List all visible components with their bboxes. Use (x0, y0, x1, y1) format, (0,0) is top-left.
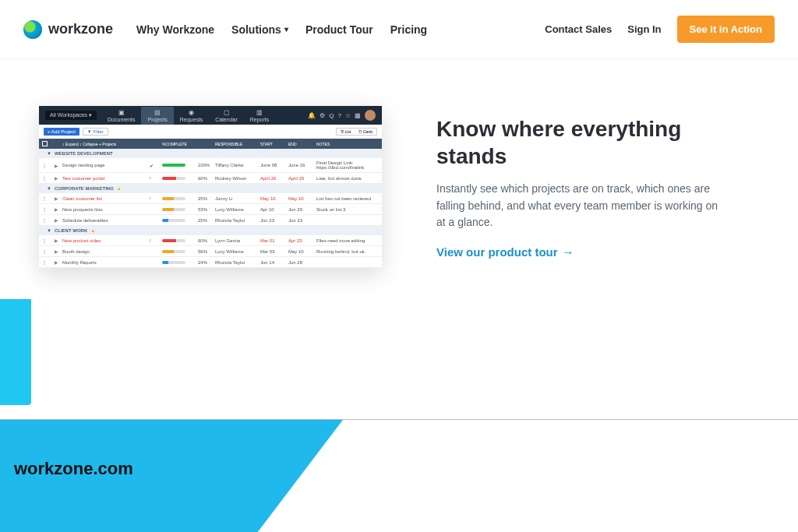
section-header[interactable]: ▼ WEBSITE DEVELOPMENT (39, 149, 382, 158)
start-date: Jun 14 (260, 260, 287, 265)
gear-icon[interactable]: ⚙ (320, 112, 325, 119)
search-icon[interactable]: Q (329, 112, 334, 119)
task-name: Test customer portal (62, 176, 148, 181)
help-icon[interactable]: ? (338, 112, 341, 119)
expand-icon: ▶ (55, 238, 61, 243)
notes: List has not been recieved (316, 196, 379, 201)
primary-nav: Why Workzone Solutions ▾ Product Tour Pr… (136, 23, 427, 36)
brand-logo[interactable]: workzone (23, 20, 113, 39)
table-row[interactable]: ⋮ ▶ Booth design 56% Lucy Williams Mar 0… (39, 246, 382, 257)
arrow-right-icon: → (563, 245, 574, 259)
section-header[interactable]: ▼ CLIENT WORK ▲ (39, 226, 382, 235)
nav-product-tour[interactable]: Product Tour (305, 23, 373, 36)
select-all-checkbox[interactable] (42, 141, 48, 146)
app-toolbar: + Add Project ▼ Filter ☰ List ☷ Gantt (39, 125, 382, 139)
start-date: Mar 01 (260, 238, 287, 243)
chevron-down-icon: ▾ (284, 25, 288, 33)
expand-icon: ▶ (55, 217, 61, 223)
warning-icon: ▲ (117, 186, 122, 191)
end-date: Apr 23 (288, 238, 315, 243)
app-screenshot: All Workspaces ▾ ▣Documents ▤Projects ◉R… (39, 106, 382, 268)
table-row[interactable]: ⋮ ▶ New prospects lists 53% Lucy William… (39, 204, 382, 215)
progress-bar (162, 164, 185, 167)
end-date: Jun 28 (288, 260, 315, 265)
table-row[interactable]: ⋮ ▶ Monthly Reports 24% Rhonda Taylor Ju… (39, 257, 382, 268)
expand-icon: ▶ (55, 196, 61, 201)
progress-bar (162, 197, 185, 200)
notes: Late, but almost done. (316, 176, 379, 181)
nav-why[interactable]: Why Workzone (136, 23, 214, 36)
view-toggle[interactable]: ☰ List ☷ Gantt (336, 128, 377, 136)
nav-contact[interactable]: Contact Sales (545, 23, 612, 35)
table-row[interactable]: ⋮ ▶ Test customer portal ! 60% Rodney Wi… (39, 173, 382, 184)
table-row[interactable]: ⋮ ▶ New product video ! 60% Lynn Garcia … (39, 235, 382, 246)
table-row[interactable]: ⋮ ▶ Clean customer list ! 25% Jonny Li M… (39, 193, 382, 204)
grid-icon[interactable]: ▦ (355, 112, 361, 119)
expand-icon: ▶ (55, 259, 61, 265)
start-date: June 08 (260, 163, 287, 167)
app-toolbar-icons: 🔔 ⚙ Q ? ☆ ▦ (308, 110, 376, 121)
start-date: Jun 23 (260, 218, 287, 223)
table-row[interactable]: ⋮ ▶ Design landing page ✔ 100% Tiffany C… (39, 158, 382, 173)
product-tour-link[interactable]: View our product tour → (436, 245, 725, 259)
responsible: Rodney Wilson (215, 176, 259, 181)
expand-icon: ▶ (55, 248, 61, 254)
task-name: New product video (62, 238, 148, 243)
progress-bar (162, 250, 185, 253)
tab-projects[interactable]: ▤Projects (141, 107, 173, 125)
expand-icon: ▶ (55, 206, 61, 212)
expand-icon: ▶ (55, 175, 61, 181)
brand-name: workzone (48, 21, 113, 37)
footer-banner: workzone.com (0, 419, 798, 532)
notes: Files need more editing (316, 238, 379, 243)
status-icon: ✔ (150, 163, 161, 168)
pct-complete: 25% (198, 196, 214, 201)
folder-icon: ▣ (118, 109, 125, 116)
app-tabs: ▣Documents ▤Projects ◉Requests ▢Calendar… (101, 107, 275, 125)
table-row[interactable]: ⋮ ▶ Schedule deliverables 25% Rhonda Tay… (39, 215, 382, 226)
start-date: May 10 (260, 196, 287, 201)
task-name: Monthly Reports (62, 260, 148, 265)
hero-title: Know where everything stands (436, 115, 725, 170)
status-icon: ! (150, 176, 161, 181)
avatar[interactable] (365, 110, 376, 121)
hero-copy: Know where everything stands Instantly s… (436, 115, 725, 259)
status-icon: ! (150, 196, 161, 201)
nav-signin[interactable]: Sign In (627, 23, 661, 35)
responsible: Rhonda Taylor (215, 260, 259, 265)
pct-complete: 56% (198, 249, 214, 254)
filter-button[interactable]: ▼ Filter (83, 128, 108, 136)
reports-icon: ▥ (256, 109, 263, 116)
bell-icon[interactable]: 🔔 (308, 112, 316, 119)
end-date: Jun 23 (288, 218, 315, 223)
pct-complete: 24% (198, 260, 214, 265)
calendar-icon: ▢ (224, 109, 230, 116)
tab-requests[interactable]: ◉Requests (174, 107, 210, 125)
notes: Final Design Link: https://dbd.com/final… (316, 160, 379, 170)
cta-button[interactable]: See it in Action (677, 16, 775, 43)
nav-pricing[interactable]: Pricing (390, 23, 427, 36)
tab-documents[interactable]: ▣Documents (101, 107, 141, 125)
responsible: Lucy Williams (215, 249, 259, 254)
list-view[interactable]: ☰ List (337, 129, 355, 135)
nav-right: Contact Sales Sign In See it in Action (545, 16, 775, 43)
nav-solutions[interactable]: Solutions ▾ (231, 23, 288, 36)
section-header[interactable]: ▼ CORPORATE MARKETING ▲ (39, 184, 382, 193)
progress-bar (162, 239, 185, 242)
gantt-view[interactable]: ☷ Gantt (355, 129, 376, 135)
site-header: workzone Why Workzone Solutions ▾ Produc… (0, 0, 798, 58)
status-icon: ! (150, 238, 161, 243)
add-project-button[interactable]: + Add Project (44, 128, 79, 136)
tab-reports[interactable]: ▥Reports (244, 107, 276, 125)
projects-icon: ▤ (154, 109, 161, 116)
tab-calendar[interactable]: ▢Calendar (209, 107, 243, 125)
column-header: ↕ Expand ↕ Collapse + Projects %COMPLETE… (39, 139, 382, 149)
star-icon[interactable]: ☆ (345, 112, 351, 119)
task-name: Clean customer list (62, 196, 148, 201)
pct-complete: 25% (198, 218, 214, 223)
expand-icon: ▶ (55, 163, 61, 168)
progress-bar (162, 219, 185, 222)
notes: Running behind, but ok. (316, 249, 379, 254)
pct-complete: 60% (198, 238, 214, 243)
workspace-selector[interactable]: All Workspaces ▾ (45, 111, 97, 120)
